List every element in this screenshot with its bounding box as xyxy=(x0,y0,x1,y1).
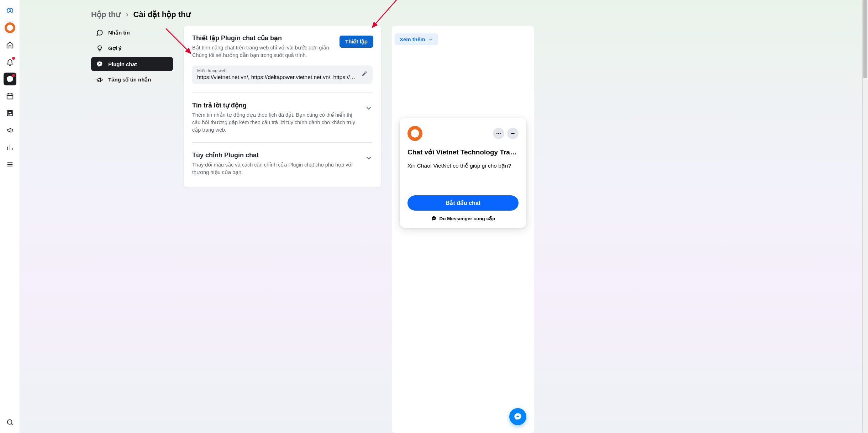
breadcrumb-parent[interactable]: Hộp thư xyxy=(91,10,121,19)
customize-section: Tùy chỉnh Plugin chat Thay đổi màu sắc v… xyxy=(192,151,373,185)
breadcrumb-current: Cài đặt hộp thư xyxy=(133,10,191,19)
submenu-item-suggestions[interactable]: Gợi ý xyxy=(91,41,173,56)
nav-menu[interactable] xyxy=(4,158,16,171)
setup-section: Thiết lập Plugin chat của bạn Bật tính n… xyxy=(192,34,373,93)
ellipsis-icon xyxy=(496,131,501,136)
submenu-label: Tăng số tin nhắn xyxy=(108,76,151,83)
nav-ads[interactable] xyxy=(4,124,16,137)
domain-value: https://vietnet.net.vn/, https://deltapo… xyxy=(197,74,358,80)
minus-icon xyxy=(510,131,516,136)
nav-content[interactable] xyxy=(4,107,16,120)
chat-footer: Do Messenger cung cấp xyxy=(407,216,519,221)
setup-title: Thiết lập Plugin chat của bạn xyxy=(192,34,335,42)
auto-reply-description: Thêm tin nhắn tự động dựa theo lịch đã đ… xyxy=(192,111,360,134)
messenger-icon xyxy=(96,60,103,68)
nav-search[interactable] xyxy=(4,416,16,429)
nav-insights[interactable] xyxy=(4,141,16,154)
customize-description: Thay đổi màu sắc và cách căn chỉnh của P… xyxy=(192,161,360,176)
inbox-dot-icon xyxy=(12,74,15,77)
global-nav-rail xyxy=(0,0,20,433)
svg-point-3 xyxy=(7,420,12,424)
svg-point-6 xyxy=(500,133,501,134)
chat-plugin-preview: Chat với Vietnet Technology Tradi... Xin… xyxy=(400,118,526,228)
megaphone-icon xyxy=(96,76,103,83)
svg-point-5 xyxy=(498,133,499,134)
chevron-down-icon xyxy=(428,37,433,42)
nav-notifications[interactable] xyxy=(4,56,16,68)
customize-title: Tùy chỉnh Plugin chat xyxy=(192,151,360,159)
auto-reply-title: Tin trả lời tự động xyxy=(192,101,360,109)
nav-home[interactable] xyxy=(4,38,16,51)
svg-point-4 xyxy=(496,133,498,134)
nav-planner[interactable] xyxy=(4,90,16,102)
setup-button[interactable]: Thiết lập xyxy=(340,36,373,48)
chevron-down-icon[interactable] xyxy=(365,154,373,163)
minimize-button[interactable] xyxy=(507,128,519,139)
more-options-button[interactable] xyxy=(493,128,504,139)
pencil-icon[interactable] xyxy=(361,70,368,78)
view-more-button[interactable]: Xem thêm xyxy=(395,33,438,45)
domain-label: Miền trang web xyxy=(197,68,358,73)
messenger-icon xyxy=(431,216,437,221)
chat-title: Chat với Vietnet Technology Tradi... xyxy=(407,148,519,156)
chevron-right-icon: › xyxy=(126,10,128,19)
page-avatar[interactable] xyxy=(4,21,16,34)
chat-plugin-settings-card: Thiết lập Plugin chat của bạn Bật tính n… xyxy=(184,26,381,188)
setup-description: Bật tính năng chat trên trang web chỉ vớ… xyxy=(192,44,335,59)
svg-rect-2 xyxy=(8,111,11,113)
plugin-preview-panel: Xem thêm Chat với Vietnet Tech xyxy=(392,26,534,433)
submenu-item-messaging[interactable]: Nhắn tin xyxy=(91,26,173,40)
vertical-scrollbar[interactable] xyxy=(862,0,868,433)
chevron-down-icon[interactable] xyxy=(365,104,373,113)
svg-rect-0 xyxy=(7,94,13,99)
submenu-label: Gợi ý xyxy=(108,45,121,52)
submenu-label: Plugin chat xyxy=(108,61,137,67)
chat-bubble-icon xyxy=(96,29,103,36)
start-chat-button[interactable]: Bắt đầu chat xyxy=(407,195,519,211)
chat-footer-text: Do Messenger cung cấp xyxy=(440,216,495,221)
chat-avatar xyxy=(407,126,422,141)
submenu-label: Nhắn tin xyxy=(108,30,130,36)
breadcrumb: Hộp thư › Cài đặt hộp thư xyxy=(20,0,862,26)
domain-field[interactable]: Miền trang web https://vietnet.net.vn/, … xyxy=(192,65,373,84)
page-avatar-text xyxy=(5,22,15,33)
meta-logo[interactable] xyxy=(4,4,16,17)
messenger-fab[interactable] xyxy=(509,408,526,425)
submenu-item-chat-plugin[interactable]: Plugin chat xyxy=(91,57,173,71)
submenu-item-boost[interactable]: Tăng số tin nhắn xyxy=(91,73,173,87)
settings-submenu: Nhắn tin Gợi ý Plugin chat Tăng số tin n… xyxy=(91,26,173,87)
scrollbar-thumb[interactable] xyxy=(863,0,867,78)
messenger-icon xyxy=(513,412,522,421)
view-more-label: Xem thêm xyxy=(400,36,425,42)
nav-inbox[interactable] xyxy=(4,73,16,85)
auto-reply-section: Tin trả lời tự động Thêm tin nhắn tự độn… xyxy=(192,101,373,143)
lightbulb-icon xyxy=(96,45,103,52)
chat-greeting: Xin Chào! VietNet có thể giúp gì cho bạn… xyxy=(407,163,519,169)
notification-dot-icon xyxy=(12,57,15,60)
